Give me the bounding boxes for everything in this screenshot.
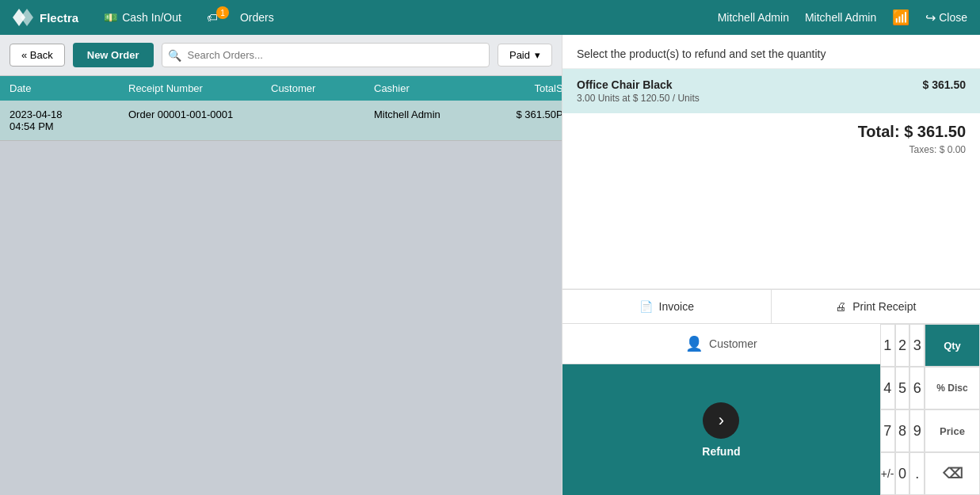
key-0[interactable]: 0 <box>895 452 910 495</box>
key-7[interactable]: 7 <box>880 409 895 452</box>
key-1[interactable]: 1 <box>880 324 895 367</box>
search-input[interactable] <box>162 43 490 67</box>
product-detail: 3.00 Units at $ 120.50 / Units <box>577 93 700 104</box>
key-plusminus[interactable]: +/- <box>880 452 895 495</box>
col-date: Date <box>10 82 128 94</box>
orders-badge: 1 <box>216 6 229 19</box>
user-label: Mitchell Admin <box>805 11 876 24</box>
refund-arrow-icon: › <box>703 402 739 439</box>
app-logo[interactable]: Flectra <box>13 9 78 26</box>
key-3[interactable]: 3 <box>909 324 925 367</box>
customer-section[interactable]: 👤 Customer <box>562 324 880 364</box>
taxes-amount: Taxes: $ 0.00 <box>577 144 966 155</box>
search-icon: 🔍 <box>168 49 181 62</box>
right-panel: Select the product(s) to refund and set … <box>562 35 980 495</box>
nav-cash-in-out[interactable]: 💵 Cash In/Out <box>104 11 181 24</box>
filter-button[interactable]: Paid ▾ <box>498 44 552 67</box>
discount-key[interactable]: % Disc <box>925 367 980 409</box>
table-row[interactable]: 2023-04-18 04:54 PM Order 00001-001-0001… <box>0 101 562 141</box>
action-row: 📄 Invoice 🖨 Print Receipt <box>562 289 980 323</box>
backspace-key[interactable]: ⌫ <box>925 452 980 495</box>
product-info: Office Chair Black 3.00 Units at $ 120.5… <box>577 78 700 104</box>
left-panel: « Back New Order 🔍 Paid ▾ Date Receipt N… <box>0 35 562 495</box>
col-customer: Customer <box>271 82 374 94</box>
nav-orders[interactable]: 🏷 1 Orders <box>207 11 274 24</box>
nav-right: Mitchell Admin Mitchell Admin 📶 ↪ Close <box>718 9 967 26</box>
customer-icon: 👤 <box>685 335 703 352</box>
logo-text: Flectra <box>40 11 78 25</box>
top-nav: Flectra 💵 Cash In/Out 🏷 1 Orders Mitchel… <box>0 0 980 35</box>
cell-cashier: Mitchell Admin <box>374 109 477 132</box>
qty-key[interactable]: Qty <box>925 324 980 367</box>
cash-icon: 💵 <box>104 11 117 24</box>
key-9[interactable]: 9 <box>909 409 925 452</box>
cell-receipt: Order 00001-001-0001 <box>128 109 271 132</box>
key-2[interactable]: 2 <box>895 324 910 367</box>
chevron-down-icon: ▾ <box>535 49 540 61</box>
key-4[interactable]: 4 <box>880 367 895 409</box>
product-name: Office Chair Black <box>577 78 700 91</box>
price-key[interactable]: Price <box>925 409 980 452</box>
total-amount: Total: $ 361.50 <box>577 123 966 141</box>
side-keys: Qty % Disc Price ⌫ <box>925 324 980 495</box>
key-8[interactable]: 8 <box>895 409 910 452</box>
user-name: Mitchell Admin <box>718 11 789 24</box>
print-receipt-button[interactable]: 🖨 Print Receipt <box>772 290 981 323</box>
back-button[interactable]: « Back <box>10 44 65 67</box>
key-6[interactable]: 6 <box>909 367 925 409</box>
total-area: Total: $ 361.50 Taxes: $ 0.00 <box>562 113 980 289</box>
svg-marker-1 <box>21 9 33 26</box>
refund-label: Refund <box>702 445 740 458</box>
print-icon: 🖨 <box>835 300 846 313</box>
product-price: $ 361.50 <box>923 78 967 91</box>
search-wrap: 🔍 <box>162 43 490 67</box>
refund-section[interactable]: › Refund <box>562 364 880 495</box>
wifi-icon: 📶 <box>892 9 909 26</box>
col-receipt: Receipt Number <box>128 82 271 94</box>
orders-table: 2023-04-18 04:54 PM Order 00001-001-0001… <box>0 101 562 141</box>
numpad-grid: 1 2 3 4 5 6 7 8 9 +/- 0 . <box>880 324 925 495</box>
key-dot[interactable]: . <box>909 452 925 495</box>
cell-customer <box>271 109 374 132</box>
left-col: 👤 Customer › Refund <box>562 324 880 495</box>
refund-header: Select the product(s) to refund and set … <box>562 35 980 69</box>
col-total: Total <box>477 82 556 94</box>
table-header: Date Receipt Number Customer Cashier Tot… <box>0 76 562 101</box>
product-row: Office Chair Black 3.00 Units at $ 120.5… <box>562 69 980 113</box>
cell-date: 2023-04-18 04:54 PM <box>10 109 128 132</box>
numpad-area: 👤 Customer › Refund 1 2 3 4 5 6 7 <box>562 323 980 495</box>
new-order-button[interactable]: New Order <box>73 43 154 67</box>
invoice-button[interactable]: 📄 Invoice <box>562 290 772 323</box>
col-cashier: Cashier <box>374 82 477 94</box>
key-5[interactable]: 5 <box>895 367 910 409</box>
cell-total: $ 361.50 <box>477 109 556 132</box>
invoice-icon: 📄 <box>639 300 653 313</box>
close-button[interactable]: ↪ Close <box>925 10 967 25</box>
numpad: 1 2 3 4 5 6 7 8 9 +/- 0 . Qty % Disc <box>880 324 980 495</box>
toolbar: « Back New Order 🔍 Paid ▾ <box>0 35 562 76</box>
main-layout: « Back New Order 🔍 Paid ▾ Date Receipt N… <box>0 35 980 495</box>
